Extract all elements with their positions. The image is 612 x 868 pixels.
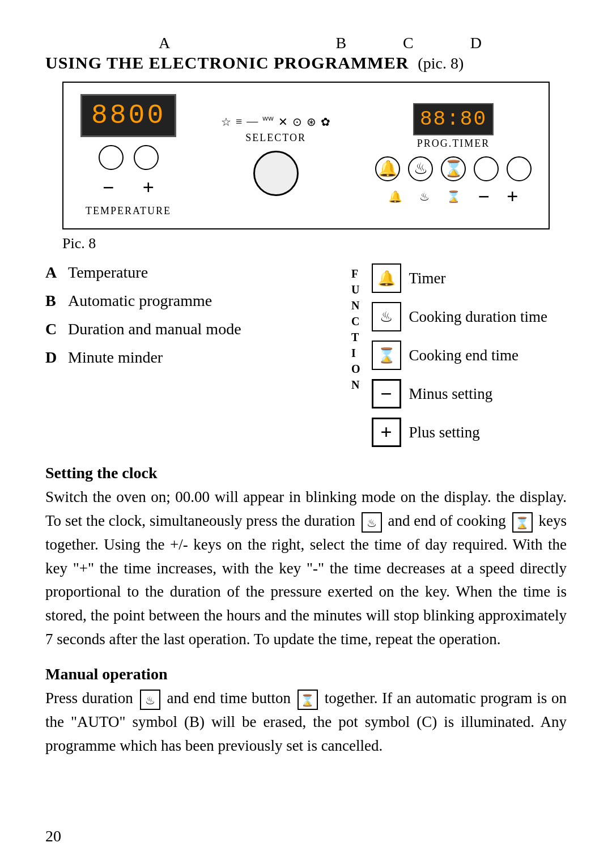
manual-operation-body: Press duration ♨ and end time button ⌛ t… <box>45 687 567 758</box>
setting-clock-body: Switch the oven on; 00.00 will appear in… <box>45 486 567 652</box>
manual-operation-title: Manual operation <box>45 665 567 683</box>
label-c: C <box>403 34 414 52</box>
pic-ref: (pic. 8) <box>418 54 464 73</box>
manual-operation-section: Manual operation Press duration ♨ and en… <box>45 665 567 758</box>
setting-clock-section: Setting the clock Switch the oven on; 00… <box>45 464 567 652</box>
page-title: USING THE ELECTRONIC PROGRAMMER <box>45 53 409 73</box>
func-timer: 🔔 Timer <box>372 263 547 293</box>
setting-clock-title: Setting the clock <box>45 464 567 482</box>
minus-btn-right[interactable]: − <box>478 185 490 209</box>
prog-timer-lcd: 88:80 <box>413 103 494 135</box>
pic-caption: Pic. 8 <box>62 235 567 252</box>
plus-btn-right[interactable]: + <box>507 185 518 209</box>
legend-item-c: C Duration and manual mode <box>45 320 329 338</box>
circle-btn-1[interactable] <box>99 145 124 170</box>
temp-label: TEMPERATURE <box>86 205 171 217</box>
legend-right: FUNCTION 🔔 Timer ♨ Cooking duration time… <box>351 263 567 447</box>
circle-btn-2[interactable] <box>134 145 159 170</box>
label-d: D <box>470 34 482 52</box>
diagram-box: 8800 − + TEMPERATURE ☆≡—ᵂᵂ✕⊙⊛✿ SELECTOR … <box>62 82 550 229</box>
end-cooking-inline-icon: ⌛ <box>512 512 533 533</box>
selector-label: SELECTOR <box>245 132 306 144</box>
duration-inline-icon: ♨ <box>362 512 382 533</box>
legend-item-b: B Automatic programme <box>45 292 329 310</box>
legend-left: A Temperature B Automatic programme C Du… <box>45 263 329 447</box>
label-a: A <box>159 34 170 52</box>
legend-item-d: D Minute minder <box>45 348 329 367</box>
plus-label: Plus setting <box>409 424 480 441</box>
minus-icon[interactable]: − <box>372 379 401 409</box>
end-time-label: Cooking end time <box>409 347 518 364</box>
prog-timer-label: PROG.TIMER <box>417 138 490 150</box>
minus-label: Minus setting <box>409 385 493 403</box>
timer-label: Timer <box>409 270 446 287</box>
duration-inline-icon-2: ♨ <box>140 690 160 710</box>
func-duration: ♨ Cooking duration time <box>372 302 547 331</box>
circle-btn-3[interactable] <box>474 156 499 181</box>
function-vertical-label: FUNCTION <box>351 266 362 393</box>
circle-btn-pot[interactable]: ♨ <box>408 156 433 181</box>
legend-item-a: A Temperature <box>45 263 329 282</box>
func-plus: + Plus setting <box>372 418 547 447</box>
timer-icon[interactable]: 🔔 <box>372 263 401 293</box>
circle-btn-bell[interactable]: 🔔 <box>375 156 400 181</box>
duration-label: Cooking duration time <box>409 308 547 326</box>
selector-icons: ☆≡—ᵂᵂ✕⊙⊛✿ <box>221 115 330 129</box>
circle-btn-4[interactable] <box>507 156 532 181</box>
plus-icon[interactable]: + <box>372 418 401 447</box>
label-b: B <box>335 34 346 52</box>
plus-btn-left[interactable]: + <box>143 176 155 199</box>
end-time-inline-icon: ⌛ <box>298 690 318 710</box>
selector-knob[interactable] <box>253 151 299 196</box>
func-end-time: ⌛ Cooking end time <box>372 341 547 370</box>
page-number: 20 <box>45 827 61 845</box>
minus-btn-left[interactable]: − <box>103 176 114 199</box>
circle-btn-end[interactable]: ⌛ <box>441 156 466 181</box>
temp-lcd: 8800 <box>80 94 176 137</box>
func-minus: − Minus setting <box>372 379 547 409</box>
duration-icon[interactable]: ♨ <box>372 302 401 331</box>
end-time-icon[interactable]: ⌛ <box>372 341 401 370</box>
